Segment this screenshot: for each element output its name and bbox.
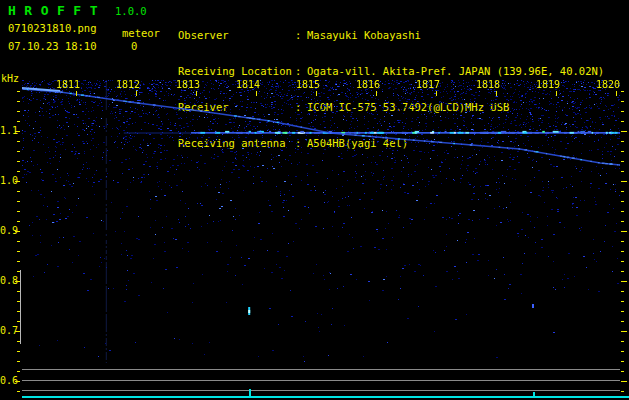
level-grid-line [22,369,620,370]
y-major-tick-right [621,281,627,282]
y-minor-tick [17,261,20,262]
x-minute-tick [496,91,497,96]
y-tick-label: 0.7 [0,325,14,336]
y-minor-tick-right [621,371,624,372]
y-minor-tick-right [621,111,624,112]
info-value: Ogata-vill. Akita-Pref. JAPAN (139.96E, … [307,65,604,77]
y-major-tick [15,281,20,282]
x-minute-tick [556,91,557,96]
y-minor-tick-right [621,321,624,322]
y-minor-tick [17,111,20,112]
y-major-tick [15,231,20,232]
y-minor-tick-right [621,261,624,262]
y-minor-tick [17,371,20,372]
y-minor-tick [17,241,20,242]
x-tick-label: 1815 [294,79,322,90]
y-major-tick-right [621,131,627,132]
x-minute-tick [616,91,617,96]
y-minor-tick [17,141,20,142]
hrofft-screen: HROFFT 1.0.0 0710231810.png meteor 07.10… [0,0,629,400]
x-tick-label: 1819 [534,79,562,90]
x-tick-label: 1813 [174,79,202,90]
y-minor-tick-right [621,271,624,272]
y-minor-tick [17,101,20,102]
y-minor-tick [17,361,20,362]
y-minor-tick-right [621,201,624,202]
info-row: Receiving Location:Ogata-vill. Akita-Pre… [178,65,604,77]
y-minor-tick-right [621,221,624,222]
datetime-label: 07.10.23 18:10 [8,40,97,52]
y-minor-tick [17,161,20,162]
x-minute-tick [256,91,257,96]
x-tick-label: 1818 [474,79,502,90]
y-minor-tick [17,351,20,352]
y-minor-tick-right [621,91,624,92]
y-minor-tick-right [621,141,624,142]
y-minor-tick [17,341,20,342]
x-tick-label: 1816 [354,79,382,90]
app-version: 1.0.0 [115,5,147,17]
level-scale-bar [20,270,21,344]
y-minor-tick-right [621,151,624,152]
level-grid-line [22,390,620,391]
info-separator: : [295,29,307,41]
y-minor-tick-right [621,301,624,302]
y-minor-tick-right [621,241,624,242]
y-minor-tick [17,311,20,312]
y-tick-label: 1.0 [0,175,14,186]
y-major-tick [15,381,20,382]
meteor-count: 0 [131,40,137,52]
x-minute-tick [76,91,77,96]
y-minor-tick [17,121,20,122]
y-minor-tick-right [621,351,624,352]
y-minor-tick-right [621,311,624,312]
x-minute-tick [136,91,137,96]
y-minor-tick [17,171,20,172]
y-minor-tick [17,301,20,302]
x-tick-label: 1811 [54,79,82,90]
info-value: Masayuki Kobayashi [307,29,421,41]
y-major-tick [15,331,20,332]
y-minor-tick [17,91,20,92]
y-minor-tick-right [621,191,624,192]
x-minute-tick [196,91,197,96]
y-minor-tick [17,291,20,292]
app-title: HROFFT [8,3,106,18]
y-major-tick-right [621,331,627,332]
y-minor-tick-right [621,361,624,362]
y-minor-tick [17,211,20,212]
y-major-tick-right [621,231,627,232]
y-minor-tick [17,221,20,222]
meteor-activity-mark [533,392,535,397]
y-minor-tick [17,321,20,322]
spectrogram-canvas [22,80,620,363]
x-minute-tick [376,91,377,96]
y-minor-tick-right [621,291,624,292]
y-minor-tick-right [621,251,624,252]
y-major-tick [15,131,20,132]
y-minor-tick [17,191,20,192]
y-minor-tick [17,151,20,152]
y-minor-tick-right [621,121,624,122]
info-label: Receiving Location [178,65,295,77]
info-separator: : [295,65,307,77]
y-minor-tick [17,201,20,202]
x-tick-label: 1812 [114,79,142,90]
y-major-tick-right [621,381,627,382]
mode-label: meteor [122,27,160,39]
y-tick-label: 0.6 [0,375,14,386]
level-baseline [22,396,629,398]
y-axis-unit-label: kHz [1,73,19,84]
y-minor-tick-right [621,101,624,102]
y-minor-tick-right [621,171,624,172]
y-tick-label: 0.9 [0,225,14,236]
y-minor-tick-right [621,161,624,162]
y-minor-tick [17,391,20,392]
output-filename: 0710231810.png [8,22,97,34]
info-row: Observer:Masayuki Kobayashi [178,29,604,41]
x-tick-label: 1820 [594,79,622,90]
level-grid-line [22,380,620,381]
y-major-tick [15,181,20,182]
y-minor-tick-right [621,341,624,342]
y-tick-label: 0.8 [0,275,14,286]
